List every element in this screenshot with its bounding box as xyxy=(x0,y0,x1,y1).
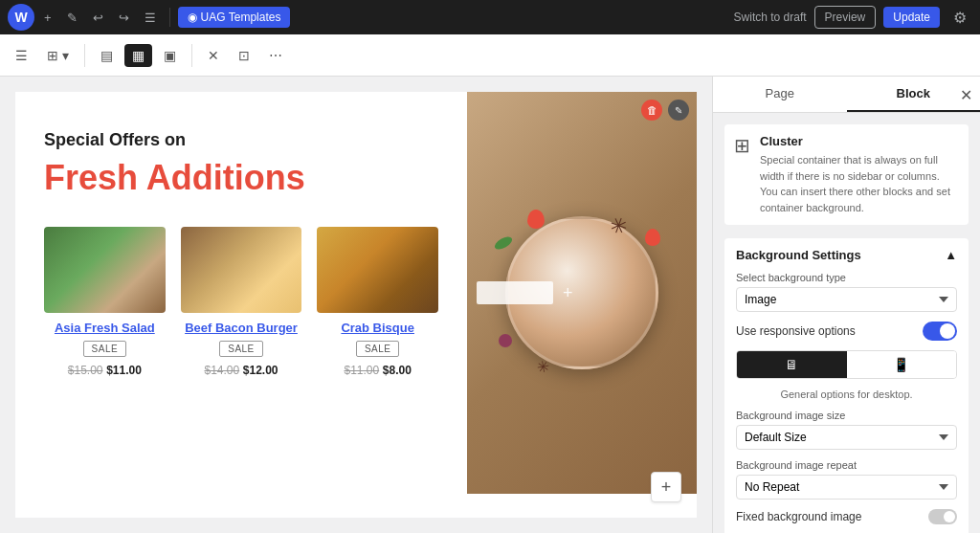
product-image-2 xyxy=(181,227,302,313)
main-layout: Special Offers on Fresh Additions Asia F… xyxy=(0,77,980,533)
star-anise-1: ✳ xyxy=(606,212,631,242)
star-anise-2: ✳ xyxy=(535,357,550,377)
align-left-button[interactable]: ▤ xyxy=(93,44,121,67)
fixed-bg-toggle[interactable] xyxy=(928,509,957,524)
product-price-2: $14.00 $12.00 xyxy=(181,363,302,377)
product-card-1: Asia Fresh Salad SALE $15.00 $11.00 xyxy=(44,227,166,377)
right-image-area: ✳ ✳ + 🗑 ✎ xyxy=(467,92,697,494)
background-settings-section: Background Settings ▲ Select background … xyxy=(724,238,969,533)
redo-button[interactable]: ↪ xyxy=(113,7,135,29)
more-options-button[interactable]: ⋯ xyxy=(261,44,290,67)
bg-image-repeat-select[interactable]: No Repeat Repeat Repeat X Repeat Y xyxy=(736,475,957,500)
uag-label: UAG Templates xyxy=(201,11,281,24)
cluster-title: Cluster xyxy=(760,134,959,148)
preview-button[interactable]: Preview xyxy=(814,6,877,29)
undo-button[interactable]: ↩ xyxy=(87,7,109,29)
right-panel: Page Block ✕ ⊞ Cluster Special container… xyxy=(712,77,980,533)
block-type-button[interactable]: ☰ xyxy=(8,44,35,67)
delete-overlay-badge[interactable]: 🗑 xyxy=(641,100,662,121)
delete-button[interactable]: ✕ xyxy=(200,44,227,67)
bg-image-repeat-label: Background image repeat xyxy=(736,459,957,471)
product-sale-badge-1: SALE xyxy=(83,341,127,357)
product-old-price-2: $14.00 xyxy=(204,364,239,377)
background-settings-title: Background Settings xyxy=(736,248,861,262)
duplicate-button[interactable]: ⊡ xyxy=(231,44,257,67)
product-card-2: Beef Bacon Burger SALE $14.00 $12.00 xyxy=(181,227,302,377)
bg-image-repeat-row: Background image repeat No Repeat Repeat… xyxy=(736,459,957,500)
topbar: W + ✎ ↩ ↪ ☰ ◉ UAG Templates Switch to dr… xyxy=(0,0,980,34)
cluster-icon: ⊞ xyxy=(734,134,750,215)
image-bar-overlay xyxy=(477,281,553,304)
product-name-2[interactable]: Beef Bacon Burger xyxy=(181,321,302,335)
content-section: Special Offers on Fresh Additions Asia F… xyxy=(15,92,697,494)
product-old-price-3: $11.00 xyxy=(345,364,380,377)
add-block-bottom-button[interactable]: + xyxy=(651,472,681,502)
bg-image-size-label: Background image size xyxy=(736,410,957,421)
uag-icon: ◉ xyxy=(188,11,197,24)
product-sale-badge-3: SALE xyxy=(356,341,400,357)
bg-image-size-select[interactable]: Default Size Cover Contain Custom xyxy=(736,425,957,450)
add-block-button[interactable]: + xyxy=(38,7,57,29)
switch-to-draft-link[interactable]: Switch to draft xyxy=(734,11,807,24)
toolbar-separator-2 xyxy=(191,44,192,67)
image-plus-overlay[interactable]: + xyxy=(563,283,573,303)
product-card-3: Crab Bisque SALE $11.00 $8.00 xyxy=(317,227,438,377)
panel-body: ⊞ Cluster Special container that is alwa… xyxy=(713,113,980,533)
cluster-info: ⊞ Cluster Special container that is alwa… xyxy=(724,124,969,225)
drag-button[interactable]: ⊞ ▾ xyxy=(39,44,77,67)
product-old-price-1: $15.00 xyxy=(68,364,103,377)
responsive-toggle[interactable] xyxy=(923,322,957,341)
responsive-toggle-row: Use responsive options xyxy=(736,322,957,341)
tools-button[interactable]: ☰ xyxy=(139,7,162,29)
product-image-3 xyxy=(317,227,438,313)
block-toolbar: ☰ ⊞ ▾ ▤ ▦ ▣ ✕ ⊡ ⋯ xyxy=(0,34,980,77)
fixed-bg-label: Fixed background image xyxy=(736,510,861,523)
product-name-1[interactable]: Asia Fresh Salad xyxy=(44,321,166,335)
canvas-inner: Special Offers on Fresh Additions Asia F… xyxy=(15,92,697,518)
product-name-3[interactable]: Crab Bisque xyxy=(317,321,438,335)
panel-close-button[interactable]: ✕ xyxy=(960,85,972,103)
leaf-1 xyxy=(493,234,514,253)
uag-templates-button[interactable]: ◉ UAG Templates xyxy=(178,7,291,28)
update-button[interactable]: Update xyxy=(883,7,940,28)
background-settings-header[interactable]: Background Settings ▲ xyxy=(724,238,969,272)
edit-overlay-badge[interactable]: ✎ xyxy=(668,100,689,121)
mobile-tab[interactable]: 📱 xyxy=(847,351,957,378)
settings-button[interactable]: ⚙ xyxy=(947,5,972,31)
toolbar-separator-1 xyxy=(84,44,85,67)
cluster-desc: Special container that is always on full… xyxy=(760,152,959,215)
bg-image-size-row: Background image size Default Size Cover… xyxy=(736,410,957,450)
product-price-3: $11.00 $8.00 xyxy=(317,363,438,377)
canvas: Special Offers on Fresh Additions Asia F… xyxy=(0,77,712,533)
align-center-button[interactable]: ▦ xyxy=(124,44,152,67)
left-content: Special Offers on Fresh Additions Asia F… xyxy=(15,92,467,494)
strawberry-1 xyxy=(527,210,545,229)
edit-button[interactable]: ✎ xyxy=(61,7,83,29)
topbar-right: Switch to draft Preview Update ⚙ xyxy=(734,5,972,31)
fixed-bg-toggle-row: Fixed background image xyxy=(736,509,957,524)
tab-page[interactable]: Page xyxy=(713,77,847,112)
responsive-label: Use responsive options xyxy=(736,324,856,338)
panel-tabs: Page Block ✕ xyxy=(713,77,980,113)
special-offers-label: Special Offers on xyxy=(44,130,438,150)
products-grid: Asia Fresh Salad SALE $15.00 $11.00 Beef… xyxy=(44,227,438,377)
bg-type-label: Select background type xyxy=(736,272,957,283)
bg-type-row: Select background type Image Color Gradi… xyxy=(736,272,957,312)
strawberry-2 xyxy=(645,229,660,246)
chevron-up-icon: ▲ xyxy=(945,248,957,262)
device-tabs: 🖥 📱 xyxy=(736,350,957,379)
fresh-additions-heading: Fresh Additions xyxy=(44,158,438,198)
product-image-1 xyxy=(44,227,166,313)
bg-type-select[interactable]: Image Color Gradient Video xyxy=(736,287,957,312)
align-right-button[interactable]: ▣ xyxy=(156,44,184,67)
cluster-text: Cluster Special container that is always… xyxy=(760,134,959,215)
product-new-price-2: $12.00 xyxy=(243,364,278,377)
product-new-price-1: $11.00 xyxy=(106,364,142,377)
device-hint: General options for desktop. xyxy=(736,389,957,400)
product-price-1: $15.00 $11.00 xyxy=(44,363,166,377)
background-settings-body: Select background type Image Color Gradi… xyxy=(724,272,969,533)
product-sale-badge-2: SALE xyxy=(219,341,263,357)
topbar-separator xyxy=(169,8,170,27)
berry-1 xyxy=(499,334,512,347)
desktop-tab[interactable]: 🖥 xyxy=(737,351,847,378)
